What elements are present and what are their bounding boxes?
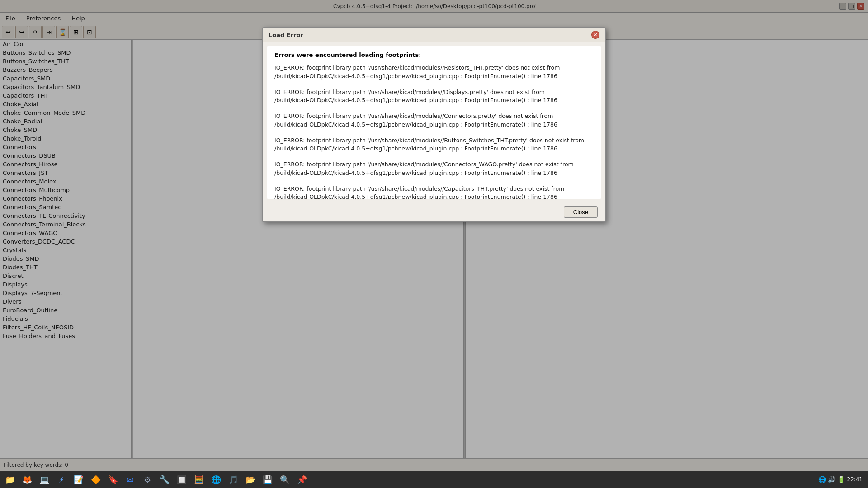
taskbar-text-icon[interactable]: 📝 — [71, 472, 87, 487]
dialog-body: Errors were encountered loading footprin… — [267, 46, 601, 199]
taskbar-media-icon[interactable]: 🎵 — [225, 472, 241, 487]
taskbar-chrome-icon[interactable]: 🌐 — [208, 472, 224, 487]
taskbar-terminal-icon[interactable]: 💻 — [36, 472, 52, 487]
taskbar-network-icon: 🌐 — [818, 476, 826, 483]
error-entry: IO_ERROR: footprint library path '/usr/s… — [274, 136, 594, 154]
dialog-title: Load Error — [269, 32, 303, 38]
dialog-footer: Close — [263, 203, 605, 221]
taskbar-settings-icon[interactable]: ⚙ — [139, 472, 156, 487]
taskbar-clock: 22:41 — [847, 476, 863, 483]
dialog-header: Load Error ✕ — [263, 28, 605, 42]
taskbar-tools-icon[interactable]: 🔧 — [156, 472, 173, 487]
taskbar-folder2-icon[interactable]: 📂 — [242, 472, 259, 487]
taskbar-bookmark-icon[interactable]: 🔖 — [105, 472, 121, 487]
taskbar-extra3-icon[interactable]: 📌 — [294, 472, 310, 487]
error-entry: IO_ERROR: footprint library path '/usr/s… — [274, 64, 594, 81]
load-error-dialog: Load Error ✕ Errors were encountered loa… — [262, 27, 606, 222]
error-entry: IO_ERROR: footprint library path '/usr/s… — [274, 160, 594, 178]
error-entry: IO_ERROR: footprint library path '/usr/s… — [274, 112, 594, 129]
error-entry: IO_ERROR: footprint library path '/usr/s… — [274, 88, 594, 105]
taskbar-kicad-icon[interactable]: ⚡ — [53, 472, 70, 487]
taskbar-battery-icon: 🔋 — [837, 476, 845, 483]
taskbar-orange-icon[interactable]: 🔶 — [88, 472, 104, 487]
dialog-header-close-button[interactable]: ✕ — [591, 31, 599, 39]
taskbar-files-icon[interactable]: 📁 — [2, 472, 18, 487]
dialog-body-heading: Errors were encountered loading footprin… — [274, 52, 594, 58]
taskbar-pcb-icon[interactable]: 🔲 — [174, 472, 190, 487]
dialog-overlay: Load Error ✕ Errors were encountered loa… — [0, 0, 868, 488]
taskbar-calc-icon[interactable]: 🧮 — [191, 472, 207, 487]
dialog-close-button[interactable]: Close — [564, 206, 598, 218]
error-entry: IO_ERROR: footprint library path '/usr/s… — [274, 185, 594, 200]
taskbar: 📁 🦊 💻 ⚡ 📝 🔶 🔖 ✉ ⚙ 🔧 🔲 🧮 🌐 🎵 📂 💾 🔍 📌 🌐 🔊 … — [0, 471, 868, 488]
taskbar-extra2-icon[interactable]: 🔍 — [277, 472, 293, 487]
taskbar-volume-icon: 🔊 — [828, 476, 835, 483]
error-list: IO_ERROR: footprint library path '/usr/s… — [274, 64, 594, 199]
taskbar-right-area: 🌐 🔊 🔋 22:41 — [818, 476, 866, 483]
taskbar-browser-icon[interactable]: 🦊 — [19, 472, 35, 487]
taskbar-extra-icon[interactable]: 💾 — [259, 472, 276, 487]
taskbar-email-icon[interactable]: ✉ — [122, 472, 138, 487]
